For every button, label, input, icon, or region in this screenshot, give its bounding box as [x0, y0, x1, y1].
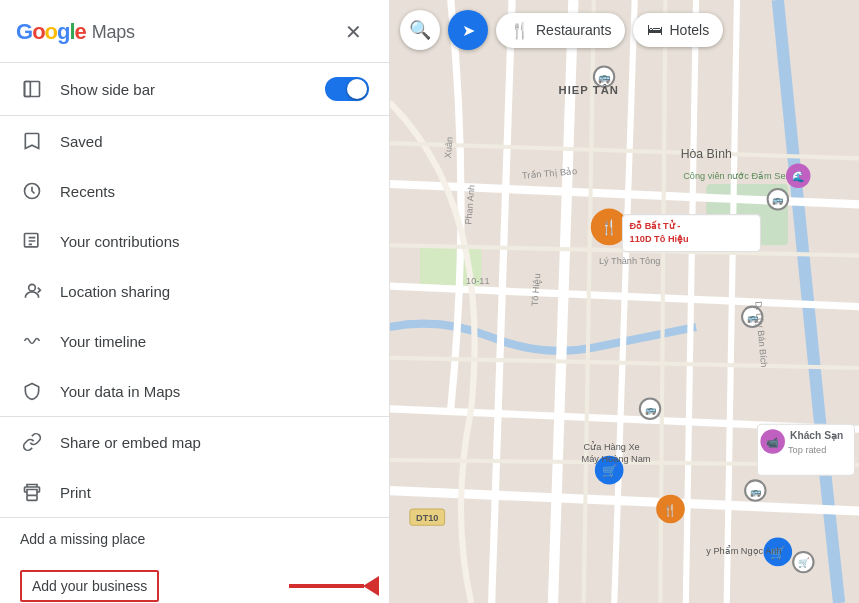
recents-label: Recents: [60, 183, 115, 200]
svg-text:Xuân: Xuân: [443, 136, 455, 158]
add-missing-place-text: Add a missing place: [20, 531, 145, 547]
secondary-menu-section: Share or embed map Print: [0, 417, 389, 518]
location-sharing-icon: [20, 279, 44, 303]
sidebar: Google Maps ✕ Show side bar Saved: [0, 0, 390, 603]
show-sidebar-toggle[interactable]: [325, 77, 369, 101]
main-menu-section: Saved Recents Your contributions Locatio…: [0, 116, 389, 417]
svg-text:HIEP TÂN: HIEP TÂN: [559, 84, 619, 96]
svg-rect-1: [25, 82, 40, 97]
toggle-left: Show side bar: [20, 77, 155, 101]
print-icon: [20, 480, 44, 504]
svg-text:Hòa Bình: Hòa Bình: [681, 147, 732, 161]
svg-point-4: [29, 284, 36, 291]
timeline-icon: [20, 329, 44, 353]
restaurants-pill[interactable]: 🍴 Restaurants: [496, 13, 625, 48]
sidebar-header: Google Maps ✕: [0, 0, 389, 63]
map-canvas: 🚌 🚌 🚌 🚌 🚌 🛒 HIEP TÂN Hòa Bình Công viên …: [390, 0, 859, 603]
show-sidebar-label: Show side bar: [60, 81, 155, 98]
svg-rect-0: [25, 82, 31, 97]
google-maps-logo: Google Maps: [16, 19, 135, 45]
arrow-body: [289, 584, 364, 588]
svg-text:🚌: 🚌: [598, 71, 611, 84]
hotels-icon: 🛏: [647, 21, 663, 39]
restaurants-icon: 🍴: [510, 21, 530, 40]
link-icon: [20, 430, 44, 454]
svg-text:Công viên nước Đầm Sen: Công viên nước Đầm Sen: [683, 171, 790, 181]
svg-text:🍴: 🍴: [663, 503, 678, 517]
data-in-maps-label: Your data in Maps: [60, 383, 180, 400]
close-icon: ✕: [345, 20, 362, 44]
add-business-text: Add your business: [32, 578, 147, 594]
shield-icon: [20, 379, 44, 403]
restaurants-label: Restaurants: [536, 22, 611, 38]
svg-text:🚌: 🚌: [750, 486, 762, 498]
svg-text:🚌: 🚌: [645, 404, 657, 416]
svg-text:DT10: DT10: [416, 513, 438, 523]
svg-text:Khách Sạn: Khách Sạn: [790, 430, 843, 441]
directions-icon: ➤: [462, 21, 475, 40]
saved-label: Saved: [60, 133, 103, 150]
svg-text:110D Tô Hiệu: 110D Tô Hiệu: [630, 234, 689, 244]
svg-text:🛒: 🛒: [602, 463, 618, 479]
share-embed-label: Share or embed map: [60, 434, 201, 451]
maps-label: Maps: [92, 22, 135, 43]
svg-text:Lý Thành Tông: Lý Thành Tông: [599, 256, 660, 266]
history-icon: [20, 179, 44, 203]
bookmark-icon: [20, 129, 44, 153]
show-sidebar-row: Show side bar: [0, 63, 389, 116]
search-icon: 🔍: [409, 19, 431, 41]
directions-button[interactable]: ➤: [448, 10, 488, 50]
svg-text:🌊: 🌊: [792, 170, 805, 183]
svg-text:y Phẩm Ngọc Anh: y Phẩm Ngọc Anh: [706, 545, 781, 556]
sidebar-item-share-embed[interactable]: Share or embed map: [0, 417, 389, 467]
print-label: Print: [60, 484, 91, 501]
sidebar-item-data-in-maps[interactable]: Your data in Maps: [0, 366, 389, 416]
timeline-label: Your timeline: [60, 333, 146, 350]
sidebar-item-location-sharing[interactable]: Location sharing: [0, 266, 389, 316]
hotels-pill[interactable]: 🛏 Hotels: [633, 13, 723, 47]
sidebar-item-saved[interactable]: Saved: [0, 116, 389, 166]
contributions-icon: [20, 229, 44, 253]
svg-text:Đỗ Bất Tử -: Đỗ Bất Tử -: [630, 219, 681, 231]
sidebar-item-contributions[interactable]: Your contributions: [0, 216, 389, 266]
add-business-link[interactable]: Add your business: [20, 570, 159, 602]
svg-text:🍴: 🍴: [600, 218, 618, 236]
add-business-wrapper: Add your business: [0, 560, 389, 603]
sidebar-toggle-icon: [20, 77, 44, 101]
close-button[interactable]: ✕: [337, 16, 369, 48]
svg-text:Cửa Hàng Xe: Cửa Hàng Xe: [584, 441, 640, 452]
svg-text:10-11: 10-11: [466, 276, 490, 286]
highlight-arrow: [289, 576, 379, 596]
map-area[interactable]: 🔍 ➤ 🍴 Restaurants 🛏 Hotels: [390, 0, 859, 603]
sidebar-item-recents[interactable]: Recents: [0, 166, 389, 216]
sidebar-item-print[interactable]: Print: [0, 467, 389, 517]
contributions-label: Your contributions: [60, 233, 180, 250]
svg-text:📹: 📹: [766, 436, 779, 449]
svg-text:Máy Hoàng Nam: Máy Hoàng Nam: [582, 454, 651, 464]
location-sharing-label: Location sharing: [60, 283, 170, 300]
search-button[interactable]: 🔍: [400, 10, 440, 50]
google-logo-text: Google: [16, 19, 86, 45]
svg-rect-5: [27, 495, 37, 500]
svg-text:Top rated: Top rated: [788, 445, 826, 455]
arrow-head: [363, 576, 379, 596]
hotels-label: Hotels: [669, 22, 709, 38]
map-topbar: 🔍 ➤ 🍴 Restaurants 🛏 Hotels: [390, 10, 859, 50]
add-missing-place-link[interactable]: Add a missing place: [0, 518, 389, 560]
svg-text:🛒: 🛒: [798, 557, 810, 569]
svg-text:🚌: 🚌: [772, 194, 784, 206]
sidebar-item-timeline[interactable]: Your timeline: [0, 316, 389, 366]
